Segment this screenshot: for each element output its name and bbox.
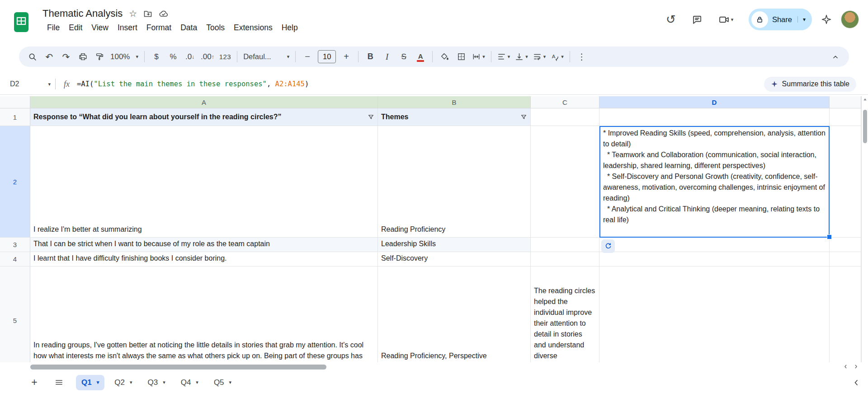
share-caret-icon[interactable]: ▾ xyxy=(797,16,806,23)
all-sheets-menu-icon[interactable] xyxy=(50,374,68,392)
cell-C2[interactable] xyxy=(531,126,599,238)
bold-icon[interactable]: B xyxy=(362,49,378,65)
horizontal-scrollbar-thumb[interactable] xyxy=(30,365,326,370)
cell-C4[interactable] xyxy=(531,252,599,267)
decrease-font-size-button[interactable]: − xyxy=(299,49,316,65)
undo-icon[interactable]: ↶ xyxy=(41,49,57,65)
cell-E4[interactable] xyxy=(830,252,861,267)
account-avatar[interactable] xyxy=(841,10,859,28)
column-header-D[interactable]: D xyxy=(599,96,830,108)
sheet-tab-q1[interactable]: Q1 ▾ xyxy=(76,375,104,390)
zoom-select[interactable]: 100% ▾ xyxy=(108,49,141,65)
menu-view[interactable]: View xyxy=(87,22,113,34)
column-header-C[interactable]: C xyxy=(531,96,599,108)
menu-edit[interactable]: Edit xyxy=(64,22,87,34)
filter-icon[interactable] xyxy=(520,114,527,121)
tab-caret-icon[interactable]: ▾ xyxy=(130,379,132,385)
sheet-tab-q4[interactable]: Q4 ▾ xyxy=(175,375,204,390)
vertical-align-icon[interactable]: ▾ xyxy=(513,49,530,65)
cell-D5[interactable] xyxy=(599,267,830,362)
horizontal-align-icon[interactable]: ▾ xyxy=(495,49,513,65)
menu-file[interactable]: File xyxy=(42,22,64,34)
cloud-saved-icon[interactable] xyxy=(159,9,169,18)
cell-A4[interactable]: I learnt that I have difficulty finishin… xyxy=(30,252,378,267)
cell-A5[interactable]: In reading groups, I've gotten better at… xyxy=(30,267,378,362)
more-options-icon[interactable]: ⋮ xyxy=(574,49,590,65)
menu-tools[interactable]: Tools xyxy=(202,22,229,34)
column-header-E-partial[interactable] xyxy=(830,96,861,108)
decrease-decimal-icon[interactable]: .0↓ xyxy=(182,49,198,65)
cell-E2[interactable] xyxy=(830,126,861,238)
move-folder-icon[interactable] xyxy=(143,9,152,18)
row-header-4[interactable]: 4 xyxy=(0,252,30,267)
sheet-tab-q5[interactable]: Q5 ▾ xyxy=(208,375,237,390)
merge-cells-icon[interactable]: ▾ xyxy=(470,49,487,65)
version-history-icon[interactable]: ↺ xyxy=(661,9,681,29)
paint-format-icon[interactable] xyxy=(91,49,108,65)
cell-C3[interactable] xyxy=(531,238,599,252)
column-header-B[interactable]: B xyxy=(378,96,531,108)
collapse-toolbar-icon[interactable] xyxy=(827,49,844,65)
comments-icon[interactable] xyxy=(687,9,707,29)
increase-font-size-button[interactable]: + xyxy=(338,49,354,65)
cell-A1[interactable]: Response to “What did you learn about yo… xyxy=(30,108,378,126)
sheet-tab-q3[interactable]: Q3 ▾ xyxy=(142,375,170,390)
share-button[interactable]: Share ▾ xyxy=(749,9,812,30)
cell-D1[interactable] xyxy=(599,108,830,126)
cell-A2[interactable]: I realize I'm better at summarizing xyxy=(30,126,378,238)
scroll-up-icon[interactable] xyxy=(863,98,867,102)
cell-D3[interactable] xyxy=(599,238,830,252)
ai-refresh-button[interactable] xyxy=(601,239,615,253)
cell-A3[interactable]: That I can be strict when I want to beca… xyxy=(30,238,378,252)
italic-icon[interactable]: I xyxy=(379,49,395,65)
tab-caret-icon[interactable]: ▾ xyxy=(229,379,232,385)
name-box[interactable]: D2 ▾ xyxy=(0,74,55,94)
star-icon[interactable]: ☆ xyxy=(129,8,137,19)
row-header-3[interactable]: 3 xyxy=(0,238,30,252)
cell-C5[interactable]: The reading circles helped the individua… xyxy=(531,267,599,362)
menu-format[interactable]: Format xyxy=(142,22,176,34)
strikethrough-icon[interactable]: S xyxy=(396,49,412,65)
row-header-2[interactable]: 2 xyxy=(0,126,30,238)
tab-caret-icon[interactable]: ▾ xyxy=(163,379,165,385)
number-format-button[interactable]: 123 xyxy=(217,49,234,65)
cell-E3[interactable] xyxy=(830,238,861,252)
cell-E5[interactable] xyxy=(830,267,861,362)
percent-format-icon[interactable]: % xyxy=(165,49,181,65)
sheets-logo-icon[interactable] xyxy=(14,12,29,33)
text-color-icon[interactable]: A xyxy=(412,49,429,65)
sheet-tab-q2[interactable]: Q2 ▾ xyxy=(109,375,137,390)
tab-caret-icon[interactable]: ▾ xyxy=(97,379,99,385)
search-icon[interactable] xyxy=(24,49,41,65)
horizontal-scrollbar[interactable] xyxy=(0,362,868,372)
fill-handle[interactable] xyxy=(827,234,832,239)
column-header-A[interactable]: A xyxy=(30,96,378,108)
menu-help[interactable]: Help xyxy=(277,22,302,34)
scroll-right-icon[interactable] xyxy=(853,364,859,370)
cell-C1[interactable] xyxy=(531,108,599,126)
gemini-gem-icon[interactable] xyxy=(818,9,835,29)
menu-extensions[interactable]: Extensions xyxy=(229,22,277,34)
increase-decimal-icon[interactable]: .00↑ xyxy=(198,49,217,65)
cell-D4[interactable] xyxy=(599,252,830,267)
select-all-corner[interactable] xyxy=(0,96,30,108)
vertical-scrollbar-thumb[interactable] xyxy=(863,110,867,143)
text-wrap-icon[interactable]: ▾ xyxy=(531,49,548,65)
scroll-left-icon[interactable] xyxy=(843,364,849,370)
cell-E1[interactable] xyxy=(830,108,861,126)
menu-data[interactable]: Data xyxy=(176,22,202,34)
redo-icon[interactable]: ↷ xyxy=(58,49,74,65)
text-rotation-icon[interactable]: A ▾ xyxy=(548,49,566,65)
font-size-input[interactable]: 10 xyxy=(318,50,336,63)
meet-video-icon[interactable]: ▾ xyxy=(713,9,739,29)
cell-D2-selected[interactable]: * Improved Reading Skills (speed, compre… xyxy=(599,126,830,238)
formula-input[interactable]: =AI("List the main themes in these respo… xyxy=(77,80,764,88)
currency-format-icon[interactable]: $ xyxy=(148,49,165,65)
print-icon[interactable] xyxy=(75,49,91,65)
cell-B1[interactable]: Themes xyxy=(378,108,531,126)
font-family-select[interactable]: Defaul... ▾ xyxy=(241,49,292,65)
document-title[interactable]: Thematic Analysis xyxy=(42,8,123,19)
tab-caret-icon[interactable]: ▾ xyxy=(196,379,198,385)
tab-strip-collapse-icon[interactable] xyxy=(852,378,861,387)
row-header-1[interactable]: 1 xyxy=(0,108,30,126)
